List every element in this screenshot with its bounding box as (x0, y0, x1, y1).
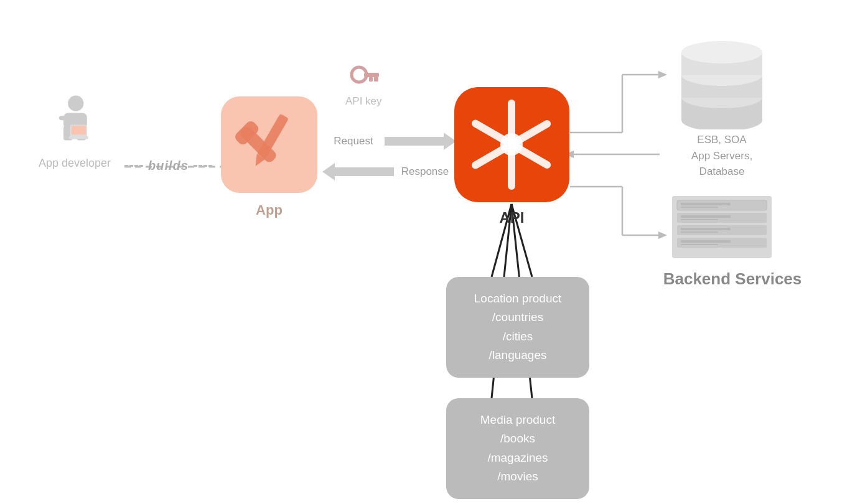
svg-rect-34 (508, 100, 515, 144)
svg-rect-30 (369, 77, 373, 82)
svg-rect-57 (681, 231, 718, 233)
esb-label: ESB, SOA App Servers, Database (660, 132, 784, 180)
app-developer: App developer (25, 93, 124, 170)
svg-marker-31 (385, 133, 456, 150)
svg-rect-53 (681, 215, 731, 218)
svg-point-46 (681, 41, 762, 63)
request-label: Request (322, 135, 385, 147)
api-label: API (454, 209, 569, 226)
dashed-left (124, 165, 143, 167)
svg-rect-54 (681, 219, 718, 220)
svg-rect-28 (364, 73, 379, 77)
media-product-box: Media product /books /magazines /movies (446, 398, 589, 499)
backend-services-label: Backend Services (658, 269, 807, 289)
database-icon-area: ESB, SOA App Servers, Database (660, 30, 784, 180)
api-key-area: API key (345, 62, 382, 108)
key-icon (347, 62, 381, 90)
svg-rect-39 (470, 118, 513, 147)
app-tools-icon (221, 96, 317, 193)
svg-rect-51 (681, 207, 718, 208)
api-snowflake-icon (454, 87, 569, 202)
svg-rect-37 (470, 141, 513, 170)
svg-rect-21 (72, 126, 86, 134)
svg-rect-56 (681, 228, 731, 230)
diagram: App developer builds App (0, 0, 860, 504)
dashed-right (194, 165, 212, 167)
api-icon-box (454, 87, 569, 202)
builds-text: builds (148, 159, 189, 173)
api-key-label: API key (345, 95, 382, 108)
server-rack-icon-area (660, 193, 784, 264)
svg-rect-22 (59, 116, 67, 120)
person-icon (50, 93, 100, 149)
database-icon (660, 30, 784, 129)
builds-label-area: builds (124, 159, 212, 173)
location-product-box: Location product /countries /cities /lan… (446, 277, 589, 378)
app-developer-label: App developer (25, 157, 124, 170)
response-label: Response (394, 166, 456, 178)
request-arrow-row: Request (322, 133, 456, 150)
svg-rect-35 (508, 145, 515, 190)
response-arrow-row: Response (322, 163, 456, 180)
svg-rect-60 (681, 244, 718, 245)
server-rack-icon (660, 193, 784, 261)
svg-rect-50 (681, 203, 731, 205)
app-label: App (221, 202, 317, 218)
svg-point-15 (68, 96, 83, 111)
response-arrow-icon (322, 163, 394, 180)
app-box (221, 96, 317, 193)
svg-rect-29 (374, 77, 378, 82)
svg-marker-32 (322, 163, 394, 180)
svg-rect-38 (510, 141, 552, 170)
svg-rect-59 (681, 240, 731, 243)
request-arrow-icon (385, 133, 456, 150)
